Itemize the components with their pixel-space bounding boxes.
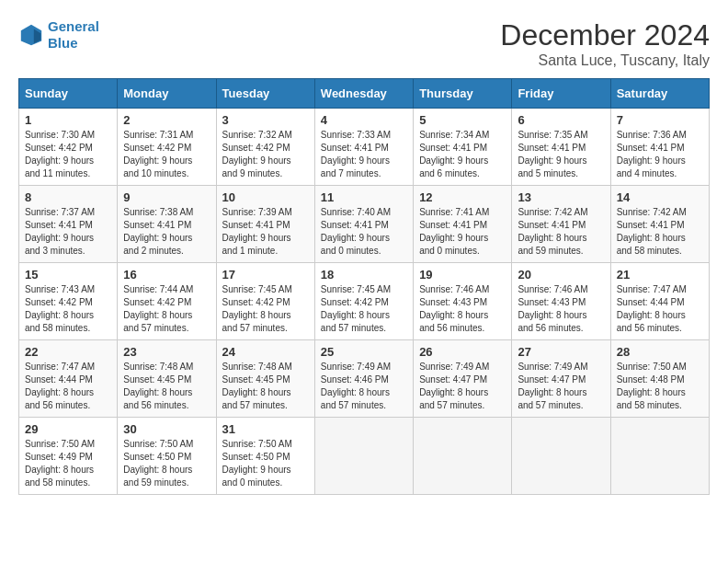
day-number: 11 xyxy=(321,190,407,204)
calendar-cell: 5 Sunrise: 7:34 AM Sunset: 4:41 PM Dayli… xyxy=(414,109,512,186)
day-number: 8 xyxy=(25,190,111,204)
calendar-cell: 22 Sunrise: 7:47 AM Sunset: 4:44 PM Dayl… xyxy=(19,340,118,418)
day-number: 25 xyxy=(321,345,407,359)
day-number: 20 xyxy=(518,268,604,282)
day-info: Sunrise: 7:48 AM Sunset: 4:45 PM Dayligh… xyxy=(123,361,210,412)
calendar-cell: 15 Sunrise: 7:43 AM Sunset: 4:42 PM Dayl… xyxy=(19,263,118,340)
calendar-cell: 4 Sunrise: 7:33 AM Sunset: 4:41 PM Dayli… xyxy=(314,109,413,186)
calendar-cell: 31 Sunrise: 7:50 AM Sunset: 4:50 PM Dayl… xyxy=(216,418,314,495)
calendar-cell: 12 Sunrise: 7:41 AM Sunset: 4:41 PM Dayl… xyxy=(414,186,512,263)
calendar-cell: 13 Sunrise: 7:42 AM Sunset: 4:41 PM Dayl… xyxy=(512,186,610,263)
day-number: 12 xyxy=(419,190,506,204)
day-number: 29 xyxy=(25,422,111,436)
day-number: 1 xyxy=(25,113,111,127)
day-info: Sunrise: 7:33 AM Sunset: 4:41 PM Dayligh… xyxy=(321,129,407,180)
calendar-cell: 30 Sunrise: 7:50 AM Sunset: 4:50 PM Dayl… xyxy=(118,418,216,495)
day-info: Sunrise: 7:47 AM Sunset: 4:44 PM Dayligh… xyxy=(25,361,111,412)
day-info: Sunrise: 7:34 AM Sunset: 4:41 PM Dayligh… xyxy=(419,129,506,180)
calendar-cell: 11 Sunrise: 7:40 AM Sunset: 4:41 PM Dayl… xyxy=(314,186,413,263)
day-number: 18 xyxy=(321,268,407,282)
day-number: 3 xyxy=(222,113,309,127)
calendar-cell: 8 Sunrise: 7:37 AM Sunset: 4:41 PM Dayli… xyxy=(19,186,118,263)
day-info: Sunrise: 7:41 AM Sunset: 4:41 PM Dayligh… xyxy=(419,206,506,258)
col-header-thursday: Thursday xyxy=(414,79,512,109)
calendar-cell: 24 Sunrise: 7:48 AM Sunset: 4:45 PM Dayl… xyxy=(216,340,314,418)
day-info: Sunrise: 7:50 AM Sunset: 4:49 PM Dayligh… xyxy=(25,438,111,489)
day-info: Sunrise: 7:49 AM Sunset: 4:47 PM Dayligh… xyxy=(518,361,604,412)
logo-text: General Blue xyxy=(48,18,99,52)
day-info: Sunrise: 7:47 AM Sunset: 4:44 PM Dayligh… xyxy=(617,283,703,335)
day-info: Sunrise: 7:46 AM Sunset: 4:43 PM Dayligh… xyxy=(419,283,506,335)
col-header-saturday: Saturday xyxy=(610,79,709,109)
calendar-table: SundayMondayTuesdayWednesdayThursdayFrid… xyxy=(18,78,710,495)
calendar-cell: 10 Sunrise: 7:39 AM Sunset: 4:41 PM Dayl… xyxy=(216,186,314,263)
calendar-cell xyxy=(314,418,413,495)
calendar-cell: 9 Sunrise: 7:38 AM Sunset: 4:41 PM Dayli… xyxy=(118,186,216,263)
title-area: December 2024 Santa Luce, Tuscany, Italy xyxy=(500,18,710,69)
calendar-cell xyxy=(512,418,610,495)
calendar-cell: 17 Sunrise: 7:45 AM Sunset: 4:42 PM Dayl… xyxy=(216,263,314,340)
calendar-cell: 3 Sunrise: 7:32 AM Sunset: 4:42 PM Dayli… xyxy=(216,109,314,186)
day-number: 22 xyxy=(25,345,111,359)
day-info: Sunrise: 7:48 AM Sunset: 4:45 PM Dayligh… xyxy=(222,361,309,412)
day-info: Sunrise: 7:50 AM Sunset: 4:48 PM Dayligh… xyxy=(617,361,703,412)
day-number: 23 xyxy=(123,345,210,359)
week-row-2: 8 Sunrise: 7:37 AM Sunset: 4:41 PM Dayli… xyxy=(19,186,710,263)
week-row-3: 15 Sunrise: 7:43 AM Sunset: 4:42 PM Dayl… xyxy=(19,263,710,340)
day-number: 5 xyxy=(419,113,506,127)
week-row-1: 1 Sunrise: 7:30 AM Sunset: 4:42 PM Dayli… xyxy=(19,109,710,186)
calendar-cell: 29 Sunrise: 7:50 AM Sunset: 4:49 PM Dayl… xyxy=(19,418,118,495)
day-number: 10 xyxy=(222,190,309,204)
col-header-tuesday: Tuesday xyxy=(216,79,314,109)
day-number: 13 xyxy=(518,190,604,204)
calendar-cell: 21 Sunrise: 7:47 AM Sunset: 4:44 PM Dayl… xyxy=(610,263,709,340)
day-number: 7 xyxy=(617,113,703,127)
calendar-cell: 28 Sunrise: 7:50 AM Sunset: 4:48 PM Dayl… xyxy=(610,340,709,418)
day-number: 2 xyxy=(123,113,210,127)
calendar-cell: 1 Sunrise: 7:30 AM Sunset: 4:42 PM Dayli… xyxy=(19,109,118,186)
logo: General Blue xyxy=(18,18,99,52)
calendar-cell: 19 Sunrise: 7:46 AM Sunset: 4:43 PM Dayl… xyxy=(414,263,512,340)
calendar-cell xyxy=(610,418,709,495)
calendar-cell: 25 Sunrise: 7:49 AM Sunset: 4:46 PM Dayl… xyxy=(314,340,413,418)
calendar-cell: 26 Sunrise: 7:49 AM Sunset: 4:47 PM Dayl… xyxy=(414,340,512,418)
day-number: 19 xyxy=(419,268,506,282)
col-header-friday: Friday xyxy=(512,79,610,109)
day-number: 27 xyxy=(518,345,604,359)
day-info: Sunrise: 7:39 AM Sunset: 4:41 PM Dayligh… xyxy=(222,206,309,258)
day-number: 26 xyxy=(419,345,506,359)
calendar-cell: 16 Sunrise: 7:44 AM Sunset: 4:42 PM Dayl… xyxy=(118,263,216,340)
day-info: Sunrise: 7:43 AM Sunset: 4:42 PM Dayligh… xyxy=(25,283,111,335)
day-info: Sunrise: 7:45 AM Sunset: 4:42 PM Dayligh… xyxy=(321,283,407,335)
day-number: 4 xyxy=(321,113,407,127)
day-number: 9 xyxy=(123,190,210,204)
day-info: Sunrise: 7:50 AM Sunset: 4:50 PM Dayligh… xyxy=(123,438,210,489)
day-number: 24 xyxy=(222,345,309,359)
day-number: 16 xyxy=(123,268,210,282)
day-info: Sunrise: 7:32 AM Sunset: 4:42 PM Dayligh… xyxy=(222,129,309,180)
day-info: Sunrise: 7:36 AM Sunset: 4:41 PM Dayligh… xyxy=(617,129,703,180)
calendar-cell xyxy=(414,418,512,495)
col-header-wednesday: Wednesday xyxy=(314,79,413,109)
calendar-cell: 6 Sunrise: 7:35 AM Sunset: 4:41 PM Dayli… xyxy=(512,109,610,186)
day-info: Sunrise: 7:42 AM Sunset: 4:41 PM Dayligh… xyxy=(518,206,604,258)
day-info: Sunrise: 7:46 AM Sunset: 4:43 PM Dayligh… xyxy=(518,283,604,335)
day-number: 14 xyxy=(617,190,703,204)
calendar-cell: 14 Sunrise: 7:42 AM Sunset: 4:41 PM Dayl… xyxy=(610,186,709,263)
day-number: 28 xyxy=(617,345,703,359)
col-header-sunday: Sunday xyxy=(19,79,118,109)
day-info: Sunrise: 7:38 AM Sunset: 4:41 PM Dayligh… xyxy=(123,206,210,258)
day-number: 31 xyxy=(222,422,309,436)
header: General Blue December 2024 Santa Luce, T… xyxy=(18,18,710,69)
day-info: Sunrise: 7:40 AM Sunset: 4:41 PM Dayligh… xyxy=(321,206,407,258)
day-number: 21 xyxy=(617,268,703,282)
calendar-cell: 20 Sunrise: 7:46 AM Sunset: 4:43 PM Dayl… xyxy=(512,263,610,340)
calendar-cell: 2 Sunrise: 7:31 AM Sunset: 4:42 PM Dayli… xyxy=(118,109,216,186)
logo-icon xyxy=(18,22,44,48)
day-number: 15 xyxy=(25,268,111,282)
day-number: 17 xyxy=(222,268,309,282)
day-info: Sunrise: 7:44 AM Sunset: 4:42 PM Dayligh… xyxy=(123,283,210,335)
day-info: Sunrise: 7:45 AM Sunset: 4:42 PM Dayligh… xyxy=(222,283,309,335)
day-number: 6 xyxy=(518,113,604,127)
day-info: Sunrise: 7:30 AM Sunset: 4:42 PM Dayligh… xyxy=(25,129,111,180)
